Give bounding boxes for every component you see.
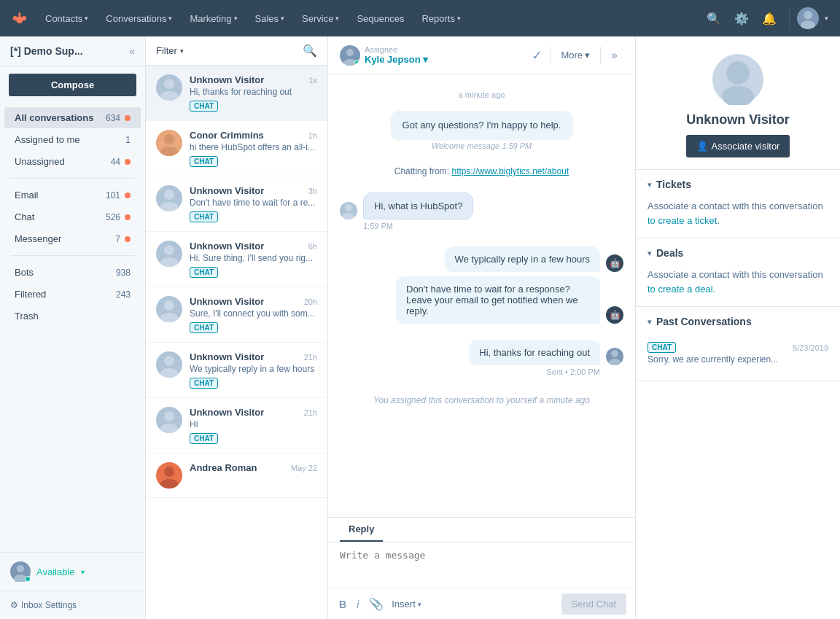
bold-icon[interactable]: B — [337, 596, 349, 612]
deals-section-header[interactable]: ▾ Deals — [636, 238, 840, 268]
settings-button[interactable]: ⚙️ — [729, 6, 754, 31]
conversation-tag: CHAT — [190, 378, 218, 389]
reply-tab[interactable]: Reply — [340, 518, 383, 542]
user-menu-chevron[interactable]: ▾ — [822, 15, 831, 22]
agent-sent-bubble: Hi, thanks for reaching out — [469, 340, 600, 365]
conversation-item[interactable]: Unknown Visitor 20h Sure, I'll connect y… — [146, 287, 327, 343]
agent-avatar — [606, 348, 623, 365]
nav-contacts[interactable]: Contacts ▾ — [38, 9, 96, 28]
availability-status[interactable]: Available — [36, 567, 75, 577]
svg-point-22 — [160, 479, 178, 488]
sidebar-item-bots[interactable]: Bots 938 — [4, 262, 141, 283]
availability-chevron[interactable]: ▾ — [81, 568, 85, 576]
conversation-name: Unknown Visitor — [190, 351, 264, 362]
conversation-time: 3h — [308, 187, 317, 195]
expand-button[interactable]: » — [605, 46, 623, 65]
visitor-avatar — [156, 351, 182, 378]
nav-sequences[interactable]: Sequences — [349, 9, 411, 28]
settings-label: Inbox Settings — [21, 600, 77, 610]
sidebar-item-messenger[interactable]: Messenger 7 — [4, 228, 141, 249]
message-timestamp: a minute ago — [340, 90, 623, 99]
more-actions-button[interactable]: More ▾ — [555, 47, 596, 63]
main-layout: [*] Demo Sup... « Compose All conversati… — [0, 36, 840, 619]
conversation-time: 6h — [308, 242, 317, 251]
past-conv-tag: CHAT — [648, 342, 676, 353]
agent-sent-meta: Sent • 2:00 PM — [546, 367, 600, 376]
notifications-button[interactable]: 🔔 — [757, 6, 782, 31]
sidebar-item-all-conversations[interactable]: All conversations 634 — [4, 107, 141, 128]
conversation-item[interactable]: Unknown Visitor 21h We typically reply i… — [146, 343, 327, 398]
conversation-item[interactable]: Unknown Visitor 21h Hi CHAT — [146, 398, 327, 453]
assignee-chevron-icon: ▾ — [423, 54, 428, 65]
filter-button[interactable]: Filter ▾ — [156, 45, 184, 56]
sidebar-item-trash[interactable]: Trash — [4, 305, 141, 327]
top-navigation: Contacts ▾ Conversations ▾ Marketing ▾ S… — [0, 0, 840, 36]
conversation-list-header: Filter ▾ 🔍 — [146, 36, 327, 66]
conversation-name: Unknown Visitor — [190, 241, 264, 252]
deals-create-link[interactable]: to create a deal — [648, 284, 713, 295]
chatting-from-link[interactable]: https://www.biglytics.net/about — [451, 166, 569, 176]
nav-service[interactable]: Service ▾ — [295, 9, 346, 28]
assignee-name-button[interactable]: Kyle Jepson ▾ — [365, 54, 428, 65]
contact-profile: Unknown Visitor 👤 Associate visitor — [636, 36, 840, 170]
conversation-search-button[interactable]: 🔍 — [303, 44, 317, 58]
sidebar-item-filtered[interactable]: Filtered 243 — [4, 284, 141, 305]
inbox-name: [*] Demo Sup... — [10, 45, 83, 57]
user-avatar[interactable] — [797, 7, 819, 29]
conversation-item[interactable]: Unknown Visitor 6h Hi. Sure thing, I'll … — [146, 232, 327, 287]
sidebar-item-email[interactable]: Email 101 — [4, 184, 141, 206]
search-button[interactable]: 🔍 — [701, 6, 726, 31]
chat-messages-area: a minute ago Got any questions? I'm happ… — [328, 74, 635, 517]
svg-point-16 — [160, 313, 178, 322]
welcome-message-row: Got any questions? I'm happy to help. We… — [340, 111, 623, 150]
tickets-section-title: Tickets — [656, 179, 691, 190]
insert-button[interactable]: Insert ▾ — [392, 599, 421, 610]
visitor-avatar — [156, 462, 182, 488]
visitor-avatar — [156, 130, 182, 156]
conversation-time: 21h — [304, 353, 317, 362]
resolve-button[interactable]: ✓ — [529, 44, 545, 66]
reply-input[interactable] — [328, 542, 635, 586]
conversation-item[interactable]: Andrea Roman May 22 — [146, 453, 327, 498]
compose-button[interactable]: Compose — [9, 74, 136, 96]
reply-section: Reply B i 📎 Insert ▾ Send Chat — [328, 517, 635, 619]
conversation-time: 20h — [304, 297, 317, 306]
visitor-avatar — [156, 185, 182, 211]
sidebar-item-chat[interactable]: Chat 526 — [4, 206, 141, 227]
header-divider — [550, 47, 551, 64]
reply-toolbar: B i 📎 Insert ▾ Send Chat — [328, 588, 635, 619]
sidebar-item-assigned-to-me[interactable]: Assigned to me 1 — [4, 129, 141, 150]
inbox-settings-link[interactable]: ⚙ Inbox Settings — [0, 591, 145, 619]
associate-visitor-button[interactable]: 👤 Associate visitor — [686, 135, 790, 157]
sidebar-footer-user[interactable]: Available ▾ — [0, 552, 145, 591]
conversation-item[interactable]: Unknown Visitor 3h Don't have time to wa… — [146, 176, 327, 232]
italic-icon[interactable]: i — [354, 596, 361, 612]
sidebar-item-unassigned[interactable]: Unassigned 44 — [4, 151, 141, 172]
svg-point-28 — [609, 359, 621, 365]
attachment-icon[interactable]: 📎 — [367, 595, 386, 613]
conversation-tag: CHAT — [190, 101, 218, 112]
past-conversations-header[interactable]: ▾ Past Conversations — [636, 307, 840, 336]
visitor-avatar — [156, 74, 182, 101]
unread-dot — [125, 192, 131, 198]
reply-tabs: Reply — [328, 518, 635, 542]
sidebar-collapse-button[interactable]: « — [129, 45, 135, 57]
hubspot-logo[interactable] — [9, 8, 29, 28]
past-conversation-item[interactable]: CHAT 5/23/2019 Sorry, we are currently e… — [648, 336, 828, 370]
more-chevron-icon: ▾ — [585, 50, 590, 61]
conversation-tag: CHAT — [190, 267, 218, 278]
nav-conversations[interactable]: Conversations ▾ — [98, 9, 179, 28]
tickets-create-link[interactable]: to create a ticket — [648, 215, 717, 226]
send-chat-button[interactable]: Send Chat — [561, 593, 626, 615]
svg-point-21 — [164, 467, 174, 477]
sidebar-navigation: All conversations 634 Assigned to me 1 U… — [0, 104, 145, 552]
bot-avatar-2: 🤖 — [606, 306, 623, 324]
tickets-section-header[interactable]: ▾ Tickets — [636, 170, 840, 199]
conversation-item[interactable]: Conor Crimmins 1h hi there HubSpot offer… — [146, 121, 327, 176]
nav-sales[interactable]: Sales ▾ — [248, 9, 292, 28]
nav-reports[interactable]: Reports ▾ — [414, 9, 468, 28]
conversation-item[interactable]: Unknown Visitor 1s Hi, thanks for reachi… — [146, 66, 327, 121]
past-conversations-section: ▾ Past Conversations CHAT 5/23/2019 Sorr… — [636, 307, 840, 381]
nav-marketing[interactable]: Marketing ▾ — [182, 9, 244, 28]
conversation-preview: Don't have time to wait for a re... — [190, 198, 317, 208]
